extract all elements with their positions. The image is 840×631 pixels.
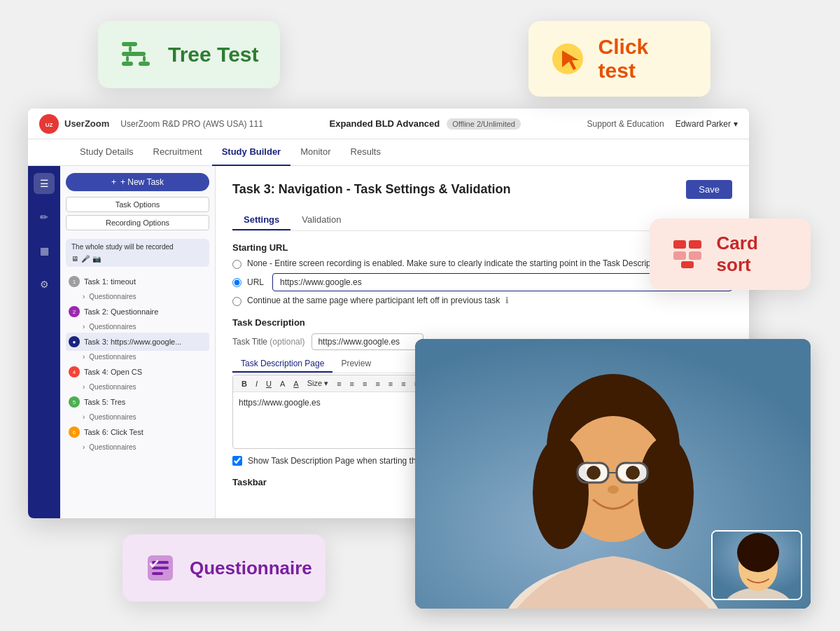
- questionnaire-label-5: Questionnaires: [89, 413, 136, 421]
- toolbar-italic[interactable]: I: [253, 379, 260, 389]
- tab-study-builder[interactable]: Study Builder: [212, 139, 291, 166]
- task-item-3[interactable]: ● Task 3: https://www.google...: [66, 333, 209, 351]
- svg-point-41: [737, 533, 779, 572]
- task-1-label: Task 1: timeout: [84, 277, 136, 286]
- questionnaire-row-3[interactable]: › Questionnaires: [66, 351, 209, 363]
- radio-continue[interactable]: [232, 297, 241, 306]
- task-item-5[interactable]: 5 Task 5: Tres: [66, 393, 209, 411]
- task-item-1[interactable]: 1 Task 1: timeout: [66, 272, 209, 291]
- questionnaire-row-2[interactable]: › Questionnaires: [66, 321, 209, 333]
- tab-study-details[interactable]: Study Details: [70, 139, 144, 166]
- task-6-label: Task 6: Click Test: [84, 428, 144, 436]
- task-options-button[interactable]: Task Options: [66, 197, 209, 212]
- chevron-icon-2: ›: [83, 323, 85, 331]
- questionnaire-label-6: Questionnaires: [89, 443, 136, 451]
- radio-continue-label: Continue at the same page where particip…: [247, 296, 500, 305]
- tree-test-card[interactable]: Tree Test: [98, 21, 280, 88]
- user-menu[interactable]: Edward Parker ▾: [676, 119, 738, 129]
- tab-results[interactable]: Results: [341, 139, 391, 166]
- svg-rect-16: [152, 567, 169, 569]
- questionnaire-label-4: Questionnaires: [89, 383, 136, 391]
- toolbar-align-center[interactable]: ≡: [347, 379, 357, 389]
- svg-rect-10: [689, 240, 701, 249]
- task-item-6[interactable]: 6 Task 6: Click Test: [66, 423, 209, 441]
- save-button[interactable]: Save: [686, 180, 732, 199]
- task-5-label: Task 5: Tres: [84, 398, 125, 406]
- chevron-icon-6: ›: [83, 443, 85, 451]
- sidebar-settings-icon[interactable]: ⚙: [34, 274, 55, 295]
- task-title-input[interactable]: [312, 333, 424, 350]
- toolbar-bg-color[interactable]: A: [290, 379, 301, 389]
- new-task-label: + New Task: [120, 177, 164, 187]
- tab-monitor[interactable]: Monitor: [290, 139, 340, 166]
- toolbar-bold[interactable]: B: [239, 379, 250, 389]
- radio-url[interactable]: [232, 278, 241, 287]
- svg-text:UZ: UZ: [46, 122, 53, 128]
- toolbar-indent[interactable]: ≡: [398, 379, 408, 389]
- offline-badge: Offline 2/Unlimited: [447, 118, 521, 130]
- sidebar-grid-icon[interactable]: ▦: [34, 240, 55, 261]
- toolbar-align-right[interactable]: ≡: [360, 379, 370, 389]
- questionnaire-row-1[interactable]: › Questionnaires: [66, 291, 209, 303]
- tab-validation[interactable]: Validation: [290, 210, 352, 230]
- mic-icon: 🎤: [81, 255, 90, 263]
- chevron-icon-4: ›: [83, 383, 85, 391]
- support-link[interactable]: Support & Education: [587, 119, 664, 129]
- task-dot-5: 5: [69, 396, 80, 408]
- brand-name: UserZoom: [64, 118, 109, 129]
- task-3-label: Task 3: https://www.google...: [84, 338, 181, 346]
- svg-rect-6: [143, 56, 146, 62]
- tab-recruitment[interactable]: Recruitment: [144, 139, 212, 166]
- task-dot-3: ●: [69, 336, 80, 347]
- video-main: [415, 339, 811, 609]
- sidebar-icons: ☰ ✏ ▦ ⚙: [28, 166, 60, 518]
- toolbar-font-color[interactable]: A: [277, 379, 288, 389]
- questionnaire-label-2: Questionnaires: [89, 323, 136, 331]
- toolbar-align-left[interactable]: ≡: [334, 379, 344, 389]
- sidebar-edit-icon[interactable]: ✏: [34, 207, 55, 228]
- questionnaire-row-4[interactable]: › Questionnaires: [66, 381, 209, 393]
- camera-icon: 📷: [92, 255, 101, 263]
- show-description-checkbox[interactable]: [232, 456, 242, 466]
- card-sort-card[interactable]: Card sort: [650, 219, 811, 290]
- editor-tab-description[interactable]: Task Description Page: [232, 356, 332, 373]
- task-4-label: Task 4: Open CS: [84, 368, 142, 376]
- chevron-icon-3: ›: [83, 353, 85, 361]
- recording-options-button[interactable]: Recording Options: [66, 215, 209, 230]
- toolbar-list-ol[interactable]: ≡: [372, 379, 382, 389]
- svg-rect-13: [681, 261, 694, 268]
- task-item-4[interactable]: 4 Task 4: Open CS: [66, 363, 209, 381]
- cardsort-icon: [669, 235, 706, 274]
- radio-none[interactable]: [232, 260, 241, 269]
- svg-rect-17: [152, 572, 163, 575]
- tab-settings[interactable]: Settings: [232, 210, 290, 230]
- new-task-button[interactable]: + + New Task: [66, 173, 209, 191]
- sidebar-menu-icon[interactable]: ☰: [34, 173, 55, 194]
- svg-rect-4: [129, 46, 132, 52]
- editor-tab-preview[interactable]: Preview: [332, 356, 379, 373]
- svg-rect-5: [126, 56, 129, 62]
- video-overlay: [415, 339, 811, 609]
- click-test-title: Click test: [598, 35, 691, 83]
- toolbar-list-ul[interactable]: ≡: [386, 379, 396, 389]
- questionnaire-row-5[interactable]: › Questionnaires: [66, 411, 209, 423]
- url-label: URL: [247, 277, 267, 287]
- page-title: Task 3: Navigation - Task Settings & Val…: [232, 182, 510, 197]
- topbar-right: Support & Education Edward Parker ▾: [587, 119, 738, 129]
- click-icon: [548, 39, 587, 78]
- radio-continue-row: Continue at the same page where particip…: [232, 296, 732, 306]
- show-description-label: Show Task Description Page when starting…: [248, 456, 439, 466]
- questionnaire-row-6[interactable]: › Questionnaires: [66, 441, 209, 453]
- org-name: UserZoom R&D PRO (AWS USA) 111: [120, 119, 263, 129]
- svg-rect-11: [673, 251, 686, 260]
- toolbar-size[interactable]: Size ▾: [304, 378, 331, 389]
- click-test-card[interactable]: Click test: [528, 21, 710, 97]
- task-item-2[interactable]: 2 Task 2: Questionnaire: [66, 303, 209, 321]
- svg-rect-1: [122, 52, 146, 56]
- questionnaire-card[interactable]: Questionnaire: [122, 534, 326, 602]
- page-header: Task 3: Navigation - Task Settings & Val…: [232, 180, 732, 199]
- task-dot-4: 4: [69, 366, 80, 377]
- tree-test-title: Tree Test: [168, 43, 259, 67]
- toolbar-underline[interactable]: U: [263, 379, 274, 389]
- pip-frame: [713, 532, 802, 600]
